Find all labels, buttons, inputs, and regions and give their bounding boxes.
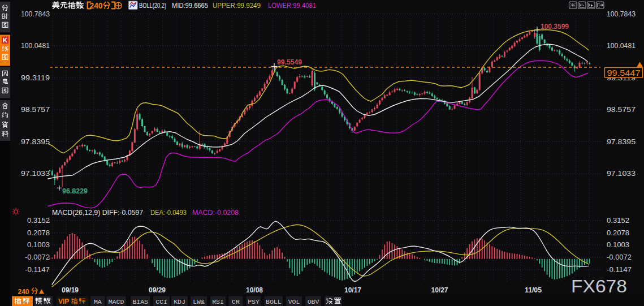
svg-text:UPPER:99.9249: UPPER:99.9249 [213,1,261,10]
svg-text:MACD: MACD [109,298,124,305]
svg-text:97.1033: 97.1033 [607,170,636,178]
svg-text:FX678: FX678 [571,277,627,296]
svg-text:99.3119: 99.3119 [21,74,50,82]
svg-text:97.8395: 97.8395 [607,138,636,146]
svg-text:11/05: 11/05 [525,286,542,294]
svg-text:BIAS: BIAS [132,298,148,305]
svg-text:MACD(26,12,9) DIFF:-0.0597: MACD(26,12,9) DIFF:-0.0597 [52,208,143,217]
svg-text:10/27: 10/27 [431,286,448,294]
svg-text:98.5757: 98.5757 [607,106,636,114]
svg-text:100.7843: 100.7843 [21,10,50,18]
svg-text:100.3599: 100.3599 [541,23,569,31]
svg-text:99.5549: 99.5549 [277,58,302,66]
svg-text:RSI: RSI [212,298,224,305]
svg-text:09/29: 09/29 [149,286,166,294]
svg-text:-0.0072: -0.0072 [607,253,632,261]
svg-text:BOLL(20,2): BOLL(20,2) [139,1,166,10]
svg-text:PSY: PSY [248,298,260,305]
svg-text:-0.1147: -0.1147 [607,266,632,274]
svg-text:DEA:-0.0493: DEA:-0.0493 [150,208,187,217]
svg-text:98.5757: 98.5757 [21,106,50,114]
svg-text:VOL: VOL [288,298,300,305]
svg-text:BOLL: BOLL [266,298,282,305]
svg-text:100.0481: 100.0481 [21,42,50,50]
svg-text:0.3152: 0.3152 [607,217,629,225]
svg-text:97.1033: 97.1033 [21,170,50,178]
svg-text:96.8229: 96.8229 [62,187,88,195]
svg-text:10/08: 10/08 [246,286,263,294]
svg-text:MACD:-0.0208: MACD:-0.0208 [192,208,239,217]
svg-text:97.8395: 97.8395 [21,138,50,146]
svg-text:-0.0072: -0.0072 [25,253,50,261]
svg-text:100.0481: 100.0481 [607,42,636,50]
svg-text:MID:99.6665: MID:99.6665 [172,1,208,10]
svg-text:10/17: 10/17 [344,286,361,294]
svg-text:100.7843: 100.7843 [607,10,636,18]
svg-text:VIP: VIP [58,298,69,305]
svg-text:0.2078: 0.2078 [607,229,629,237]
svg-text:K: K [3,37,8,44]
svg-text:LOWER:99.4081: LOWER:99.4081 [268,1,316,10]
svg-text:OBV: OBV [308,298,319,305]
svg-text:0.2078: 0.2078 [27,229,50,237]
svg-text:09/19: 09/19 [62,286,79,294]
svg-text:LW&: LW& [193,298,205,305]
svg-text:-0.1147: -0.1147 [25,266,50,274]
svg-text:99.5447: 99.5447 [607,68,641,77]
svg-text:0.1003: 0.1003 [607,241,629,249]
svg-text:0.3152: 0.3152 [27,217,50,225]
svg-text:MA: MA [94,298,102,305]
svg-text:240: 240 [90,1,103,10]
svg-text:CR: CR [232,298,240,305]
svg-text:CCI: CCI [155,298,167,305]
svg-text:0.1003: 0.1003 [27,241,50,249]
svg-text:KDJ: KDJ [174,298,185,305]
svg-text:240: 240 [18,287,29,296]
